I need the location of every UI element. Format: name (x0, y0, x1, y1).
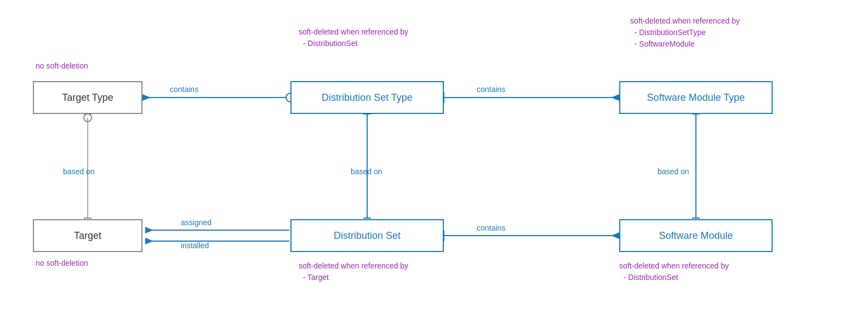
assigned-label: assigned (181, 218, 212, 227)
distribution-set-type-label: Distribution Set Type (322, 92, 413, 104)
target-label: Target (74, 230, 101, 242)
annotation-soft-deleted-4: soft-deleted when referenced by - Distri… (619, 260, 729, 283)
target-box: Target (33, 219, 142, 252)
contains-label-3: contains (477, 224, 505, 232)
software-module-label: Software Module (659, 230, 733, 242)
annotation-soft-deleted-1: soft-deleted when referenced by - Distri… (299, 26, 408, 49)
distribution-set-box: Distribution Set (290, 219, 444, 252)
based-on-label-2: based on (351, 167, 382, 176)
annotation-soft-deleted-2: soft-deleted when referenced by - Distri… (630, 15, 740, 50)
based-on-label-1: based on (63, 167, 95, 176)
svg-marker-19 (145, 238, 153, 244)
based-on-label-3: based on (658, 167, 689, 176)
contains-label-2: contains (477, 85, 505, 94)
target-type-label: Target Type (62, 92, 113, 104)
contains-label-1: contains (170, 85, 198, 94)
annotation-no-soft-deletion-1: no soft-deletion (36, 61, 88, 70)
annotation-soft-deleted-3: soft-deleted when referenced by - Target (299, 260, 408, 283)
annotation-no-soft-deletion-2: no soft-deletion (36, 259, 88, 267)
svg-marker-1 (142, 94, 151, 101)
diagram-container: Target Type Target Distribution Set Type… (0, 0, 868, 320)
software-module-box: Software Module (619, 219, 773, 252)
software-module-type-box: Software Module Type (619, 81, 773, 114)
distribution-set-label: Distribution Set (334, 230, 401, 242)
target-type-box: Target Type (33, 81, 142, 114)
svg-point-6 (84, 114, 92, 122)
software-module-type-label: Software Module Type (647, 92, 745, 104)
svg-marker-21 (611, 232, 619, 239)
svg-marker-4 (611, 94, 619, 101)
svg-marker-18 (145, 227, 153, 233)
installed-label: installed (181, 241, 209, 250)
distribution-set-type-box: Distribution Set Type (290, 81, 444, 114)
